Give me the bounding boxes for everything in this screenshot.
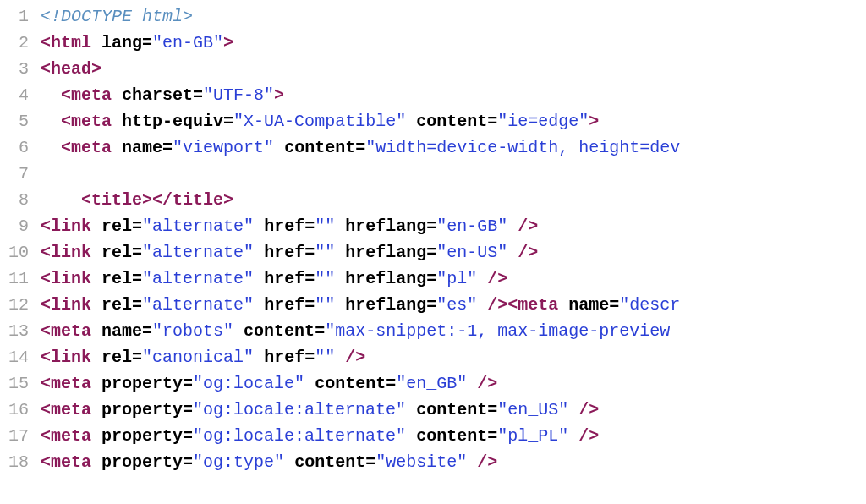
code-line[interactable]: 17<meta property="og:locale:alternate" c… <box>0 423 866 449</box>
line-number: 6 <box>0 134 41 161</box>
line-number: 14 <box>0 344 41 370</box>
line-number: 5 <box>0 108 41 134</box>
code-content[interactable]: <title></title> <box>41 187 866 213</box>
code-line[interactable]: 3<head> <box>0 56 866 82</box>
code-content[interactable]: <meta property="og:type" content="websit… <box>41 449 866 475</box>
line-number: 9 <box>0 213 41 239</box>
code-content[interactable]: <meta property="og:locale:alternate" con… <box>41 397 866 423</box>
code-content[interactable]: <head> <box>41 56 866 82</box>
line-number: 15 <box>0 370 41 397</box>
code-line[interactable]: 16<meta property="og:locale:alternate" c… <box>0 397 866 423</box>
line-number: 11 <box>0 266 41 292</box>
code-line[interactable]: 13<meta name="robots" content="max-snipp… <box>0 318 866 344</box>
code-content[interactable]: <meta charset="UTF-8"> <box>41 82 866 108</box>
code-editor[interactable]: 1<!DOCTYPE html>2<html lang="en-GB">3<he… <box>0 0 866 475</box>
code-line[interactable]: 11<link rel="alternate" href="" hreflang… <box>0 266 866 292</box>
line-number: 17 <box>0 423 41 449</box>
line-number: 7 <box>0 161 41 187</box>
line-number: 10 <box>0 239 41 266</box>
code-content[interactable]: <link rel="alternate" href="" hreflang="… <box>41 239 866 266</box>
code-content[interactable]: <link rel="canonical" href="" /> <box>41 344 866 370</box>
code-line[interactable]: 4 <meta charset="UTF-8"> <box>0 82 866 108</box>
line-number: 3 <box>0 56 41 82</box>
line-number: 8 <box>0 187 41 213</box>
code-content[interactable]: <link rel="alternate" href="" hreflang="… <box>41 266 866 292</box>
code-line[interactable]: 2<html lang="en-GB"> <box>0 30 866 56</box>
code-line[interactable]: 9<link rel="alternate" href="" hreflang=… <box>0 213 866 239</box>
code-line[interactable]: 18<meta property="og:type" content="webs… <box>0 449 866 475</box>
code-line[interactable]: 10<link rel="alternate" href="" hreflang… <box>0 239 866 266</box>
code-content[interactable]: <meta property="og:locale:alternate" con… <box>41 423 866 449</box>
code-content[interactable]: <link rel="alternate" href="" hreflang="… <box>41 292 866 318</box>
code-content[interactable]: <link rel="alternate" href="" hreflang="… <box>41 213 866 239</box>
line-number: 12 <box>0 292 41 318</box>
line-number: 4 <box>0 82 41 108</box>
code-line[interactable]: 15<meta property="og:locale" content="en… <box>0 370 866 397</box>
code-line[interactable]: 7 <box>0 161 866 187</box>
code-content[interactable]: <meta http-equiv="X-UA-Compatible" conte… <box>41 108 866 134</box>
code-line[interactable]: 14<link rel="canonical" href="" /> <box>0 344 866 370</box>
line-number: 18 <box>0 449 41 475</box>
code-line[interactable]: 5 <meta http-equiv="X-UA-Compatible" con… <box>0 108 866 134</box>
code-content[interactable]: <meta property="og:locale" content="en_G… <box>41 370 866 397</box>
code-content[interactable]: <meta name="viewport" content="width=dev… <box>41 134 866 161</box>
code-content[interactable]: <html lang="en-GB"> <box>41 30 866 56</box>
code-line[interactable]: 6 <meta name="viewport" content="width=d… <box>0 134 866 161</box>
line-number: 2 <box>0 30 41 56</box>
code-line[interactable]: 1<!DOCTYPE html> <box>0 3 866 30</box>
line-number: 13 <box>0 318 41 344</box>
code-line[interactable]: 12<link rel="alternate" href="" hreflang… <box>0 292 866 318</box>
line-number: 16 <box>0 397 41 423</box>
code-content[interactable]: <!DOCTYPE html> <box>41 3 866 30</box>
code-line[interactable]: 8 <title></title> <box>0 187 866 213</box>
code-content[interactable]: <meta name="robots" content="max-snippet… <box>41 318 866 344</box>
line-number: 1 <box>0 3 41 30</box>
